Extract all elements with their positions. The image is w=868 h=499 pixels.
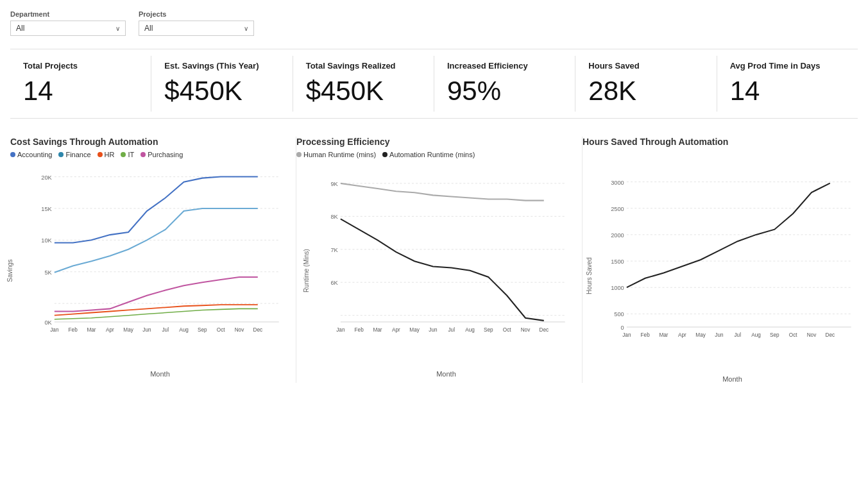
cost-savings-svg: 20K 15K 10K 5K 0K Jan Feb Mar Apr May Ju… <box>35 164 285 348</box>
legend-accounting: Accounting <box>10 151 52 158</box>
svg-text:0: 0 <box>621 325 624 331</box>
department-chevron-icon: ∨ <box>115 25 120 32</box>
legend-hr-label: HR <box>105 151 115 158</box>
charts-row: Cost Savings Through Automation Accounti… <box>10 137 858 383</box>
kpi-est-savings-value: $450K <box>164 76 279 106</box>
legend-hr: HR <box>98 151 115 158</box>
processing-efficiency-x-label: Month <box>321 370 572 378</box>
hours-saved-chart: 3000 2500 2000 1500 1000 500 0 Jan Feb M… <box>607 169 858 374</box>
svg-text:Mar: Mar <box>659 332 668 338</box>
kpi-prod-time-value: 14 <box>730 76 845 106</box>
svg-text:Sep: Sep <box>770 332 779 338</box>
kpi-total-projects-value: 14 <box>23 76 138 106</box>
cost-savings-legend: Accounting Finance HR IT Purchasing <box>10 151 285 158</box>
projects-label: Projects <box>139 10 254 18</box>
legend-accounting-dot <box>10 152 15 157</box>
svg-text:Aug: Aug <box>179 327 189 333</box>
processing-efficiency-y-label: Runtime (Mins) <box>303 249 310 292</box>
kpi-efficiency-value: 95% <box>447 76 562 106</box>
legend-purchasing-label: Purchasing <box>148 151 183 158</box>
svg-text:10K: 10K <box>41 237 52 244</box>
hours-saved-svg: 3000 2500 2000 1500 1000 500 0 Jan Feb M… <box>607 169 858 353</box>
svg-text:Feb: Feb <box>641 332 651 338</box>
hours-saved-wrapper: Hours Saved 3000 2500 2000 <box>583 169 858 383</box>
legend-it: IT <box>121 151 134 158</box>
dashboard: Department All ∨ Projects All ∨ Total Pr… <box>0 0 868 499</box>
svg-text:2000: 2000 <box>611 232 624 239</box>
svg-text:500: 500 <box>614 311 624 317</box>
kpi-efficiency-label: Increased Efficiency <box>447 61 562 71</box>
legend-finance-dot <box>58 152 64 157</box>
processing-efficiency-wrapper: Runtime (Mins) 9K 8K 7K 6K <box>296 164 572 378</box>
svg-text:Feb: Feb <box>355 327 364 333</box>
svg-text:May: May <box>123 327 133 333</box>
department-label: Department <box>10 10 126 18</box>
svg-text:2500: 2500 <box>611 206 624 212</box>
svg-text:15K: 15K <box>41 206 52 212</box>
svg-text:Sep: Sep <box>198 327 207 333</box>
svg-text:7K: 7K <box>330 247 338 253</box>
svg-text:5K: 5K <box>44 269 52 276</box>
kpi-est-savings: Est. Savings (This Year) $450K <box>151 56 293 112</box>
legend-finance: Finance <box>58 151 90 158</box>
legend-human-label: Human Runtime (mins) <box>303 151 376 158</box>
legend-finance-label: Finance <box>65 151 90 158</box>
svg-text:Jan: Jan <box>622 332 631 338</box>
svg-text:Feb: Feb <box>69 327 78 333</box>
legend-automation-runtime: Automation Runtime (mins) <box>382 151 475 158</box>
svg-text:1500: 1500 <box>611 258 624 265</box>
cost-savings-chart: 20K 15K 10K 5K 0K Jan Feb Mar Apr May Ju… <box>35 164 285 369</box>
kpi-row: Total Projects 14 Est. Savings (This Yea… <box>10 49 858 119</box>
svg-text:Jul: Jul <box>734 332 741 338</box>
department-select[interactable]: All ∨ <box>10 21 126 36</box>
svg-text:May: May <box>409 327 420 333</box>
svg-text:Nov: Nov <box>235 327 245 333</box>
svg-text:Nov: Nov <box>807 332 817 338</box>
svg-text:0K: 0K <box>44 319 52 326</box>
hours-saved-y-label: Hours Saved <box>586 257 593 294</box>
department-filter-group: Department All ∨ <box>10 10 126 36</box>
department-value: All <box>16 24 24 33</box>
svg-text:Nov: Nov <box>521 327 531 333</box>
cost-savings-title: Cost Savings Through Automation <box>10 137 285 147</box>
svg-text:Jan: Jan <box>336 327 345 333</box>
svg-text:Aug: Aug <box>751 332 761 338</box>
filters-row: Department All ∨ Projects All ∨ <box>10 10 858 36</box>
svg-text:8K: 8K <box>330 214 338 220</box>
hours-saved-x-label: Month <box>607 375 858 383</box>
projects-value: All <box>144 24 153 33</box>
svg-text:Mar: Mar <box>87 327 96 333</box>
kpi-prod-time: Avg Prod Time in Days 14 <box>717 56 858 112</box>
svg-text:Oct: Oct <box>217 327 226 333</box>
kpi-total-savings-label: Total Savings Realized <box>306 61 421 71</box>
legend-it-dot <box>121 152 126 157</box>
legend-purchasing-dot <box>140 152 146 157</box>
svg-text:Jun: Jun <box>429 327 438 333</box>
legend-purchasing: Purchasing <box>140 151 183 158</box>
kpi-est-savings-label: Est. Savings (This Year) <box>164 61 279 71</box>
hours-saved-title: Hours Saved Through Automation <box>583 137 858 147</box>
cost-savings-panel: Cost Savings Through Automation Accounti… <box>10 137 296 383</box>
svg-text:May: May <box>695 332 706 338</box>
svg-text:Apr: Apr <box>678 332 686 338</box>
legend-human-dot <box>296 152 302 157</box>
kpi-total-projects: Total Projects 14 <box>10 56 151 112</box>
legend-automation-dot <box>382 152 387 157</box>
svg-text:Jul: Jul <box>448 327 455 333</box>
svg-text:Jan: Jan <box>50 327 59 333</box>
legend-it-label: IT <box>128 151 134 158</box>
svg-text:Jul: Jul <box>162 327 169 333</box>
svg-text:Dec: Dec <box>539 327 549 333</box>
svg-text:Dec: Dec <box>253 327 262 333</box>
legend-human-runtime: Human Runtime (mins) <box>296 151 376 158</box>
svg-text:Aug: Aug <box>465 327 475 333</box>
cost-savings-x-label: Month <box>35 370 285 378</box>
svg-text:1000: 1000 <box>611 285 624 291</box>
projects-select[interactable]: All ∨ <box>139 21 254 36</box>
processing-efficiency-svg: 9K 8K 7K 6K Jan Feb Mar Apr May Jun Jul … <box>321 164 572 348</box>
svg-text:Sep: Sep <box>484 327 493 333</box>
projects-filter-group: Projects All ∨ <box>139 10 254 36</box>
kpi-hours-saved-value: 28K <box>588 76 703 106</box>
processing-efficiency-panel: Processing Efficiency Human Runtime (min… <box>296 137 583 383</box>
svg-text:Apr: Apr <box>106 327 114 333</box>
